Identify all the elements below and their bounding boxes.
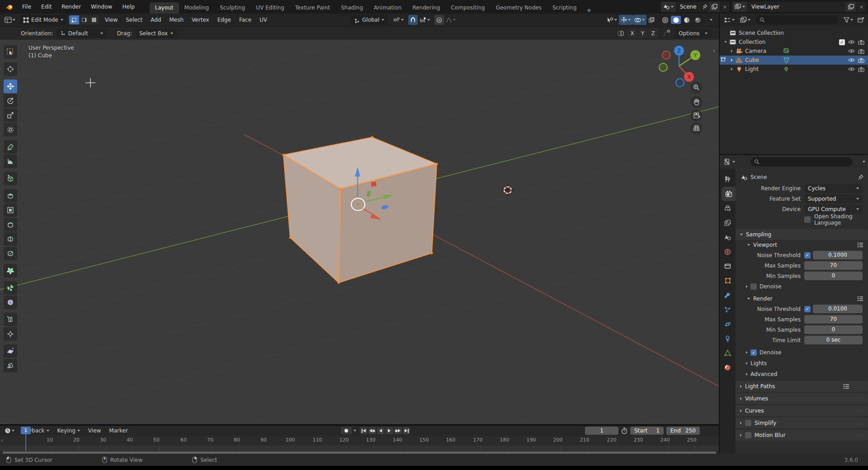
drag-handle-icon[interactable]: :::: [856,396,863,401]
mirror-icon[interactable] [617,30,624,37]
light-data-icon[interactable] [783,66,789,72]
menu-vertex[interactable]: Vertex [188,17,213,23]
axis-neg-z-ball[interactable] [676,79,684,87]
tab-world[interactable] [720,244,736,259]
render-denoise-row[interactable]: ✓ Denoise [736,347,868,358]
drag-handle-icon[interactable]: :::: [778,232,785,237]
simplify-panel-header[interactable]: Simplify :::: [736,418,868,428]
disable-render-camera-icon[interactable] [858,67,864,72]
render-engine-dropdown[interactable]: Cycles [804,184,863,193]
jump-to-end-button[interactable] [403,427,410,434]
tool-extrude-region[interactable] [4,189,17,202]
menu-select[interactable]: Select [122,17,146,23]
volumes-panel-header[interactable]: Volumes :::: [736,393,868,404]
camera-view-icon[interactable] [690,109,703,122]
max-samples-value[interactable]: 70 [804,315,863,324]
orientation-dropdown[interactable]: Default [57,28,107,38]
filter-funnel-icon[interactable] [842,15,855,25]
menu-add[interactable]: Add [146,17,165,23]
tool-edge-slide[interactable] [4,313,17,326]
lights-subpanel[interactable]: Lights [736,358,868,369]
outliner-row-cube[interactable]: Cube [720,56,868,65]
menu-help[interactable]: Help [117,0,139,14]
viewport-canvas[interactable]: User Perspective (1) Cube [0,40,719,424]
tool-transform[interactable] [4,123,17,136]
noise-threshold-checkbox[interactable]: ✓ [804,306,811,312]
pin-icon[interactable] [858,174,863,180]
hide-eye-icon[interactable] [848,67,855,71]
tab-material[interactable] [720,360,736,375]
shading-wireframe-icon[interactable] [660,16,670,24]
timeline-editor-type-button[interactable] [3,426,16,436]
disclosure-triangle-icon[interactable] [722,41,729,43]
tool-loop-cut[interactable] [4,232,17,246]
menu-view[interactable]: View [101,17,122,23]
proportional-edit-icon[interactable] [434,15,444,25]
add-workspace-button[interactable]: + [582,7,596,14]
mesh-data-icon[interactable] [783,57,790,63]
tool-rotate[interactable] [4,94,17,108]
tab-render[interactable] [722,187,736,201]
outliner-search-input[interactable] [756,15,838,24]
preset-menu-icon[interactable] [857,296,863,301]
disclosure-triangle-icon[interactable] [729,59,735,61]
tab-uv-editing[interactable]: UV Editing [250,2,290,14]
playhead-line[interactable] [25,434,26,451]
stopwatch-icon[interactable] [621,428,627,434]
jump-to-prev-keyframe-button[interactable] [368,427,376,434]
unlink-scene-button[interactable]: × [720,4,730,10]
menu-render[interactable]: Render [57,0,86,14]
tab-physics[interactable] [720,317,736,331]
drag-handle-icon[interactable]: :::: [856,433,863,437]
camera-data-icon[interactable] [783,48,790,54]
outliner-row-camera[interactable]: Camera [720,47,868,56]
display-mode-icon[interactable] [738,15,752,25]
tab-layout[interactable]: Layout [150,2,179,14]
new-scene-button[interactable] [709,2,720,12]
sidebar-collapse-arrow[interactable]: ‹ [713,47,715,54]
properties-search-input[interactable] [750,157,853,166]
tool-rip-region[interactable] [4,359,17,372]
timeline-ruler[interactable]: 10 20 30 40 50 60 70 80 90 100 110 120 1… [0,436,719,446]
drag-handle-icon[interactable]: :::: [856,409,863,413]
noise-threshold-value[interactable]: 0.1000 [813,251,863,259]
tab-compositing[interactable]: Compositing [445,2,490,14]
hide-eye-icon[interactable] [848,58,855,62]
tool-inset-faces[interactable] [4,203,17,217]
tab-rendering[interactable]: Rendering [407,2,445,14]
mirror-y-toggle[interactable]: Y [638,28,647,38]
scene-browse-button[interactable] [661,2,676,12]
tab-animation[interactable]: Animation [368,2,407,14]
tab-scene[interactable] [720,230,736,244]
max-samples-value[interactable]: 70 [804,261,863,270]
drag-handle-icon[interactable]: :::: [856,384,863,389]
jump-to-next-keyframe-button[interactable] [394,427,402,434]
new-collection-icon[interactable] [857,17,865,23]
tab-geometry-nodes[interactable]: Geometry Nodes [491,2,547,14]
shading-rendered-icon[interactable] [693,16,703,24]
outliner-row-light[interactable]: Light [720,65,868,74]
axis-neg-x-ball[interactable] [662,51,670,59]
pan-hand-icon[interactable] [690,96,703,108]
outliner-row-scene-collection[interactable]: Scene Collection [720,28,868,38]
shading-dropdown[interactable] [710,19,712,21]
min-samples-value[interactable]: 0 [804,272,863,280]
menu-window[interactable]: Window [86,0,117,14]
tab-output[interactable] [720,201,736,216]
pivot-point-dropdown[interactable] [392,15,406,25]
denoise-checkbox[interactable]: ✓ [750,349,757,356]
tool-bevel[interactable] [4,218,17,231]
blender-logo-icon[interactable] [0,4,17,10]
current-frame-field[interactable]: 1 [585,427,618,435]
collection-checkbox[interactable]: ✓ [839,39,845,45]
preset-menu-icon[interactable] [857,242,863,248]
hide-eye-icon[interactable] [848,49,855,53]
hide-eye-icon[interactable] [848,40,855,44]
feature-set-dropdown[interactable]: Supported [804,194,863,203]
tab-object-data[interactable] [720,346,736,360]
toggle-projection-icon[interactable] [690,122,703,134]
scene-3d[interactable] [0,40,719,424]
play-button[interactable] [386,427,393,434]
timeline-tick-strip[interactable] [0,446,719,451]
tool-knife[interactable] [4,247,17,260]
